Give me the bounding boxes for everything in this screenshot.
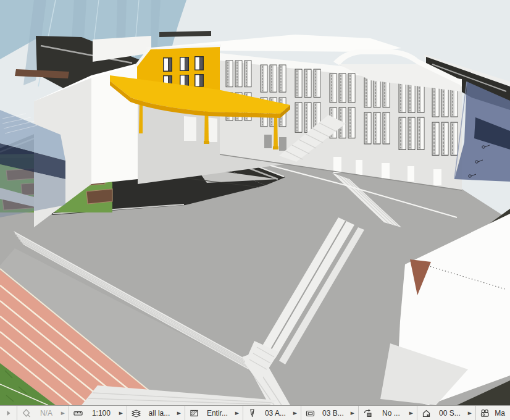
quick-options-bar: N/A ▶ 1:100 ▶ all la... ▶: [0, 405, 510, 420]
pen-set-value: N/A: [35, 409, 58, 418]
3d-style-selector[interactable]: Ma: [476, 406, 510, 420]
home-story-value: 00 S...: [435, 409, 465, 418]
scale-value: 1:100: [86, 409, 116, 418]
pen-set-selector[interactable]: N/A ▶: [17, 406, 69, 420]
graphic-override-value: No ...: [376, 409, 406, 418]
home-story-selector[interactable]: 00 S... ▶: [417, 406, 476, 420]
3d-style-value: Ma: [493, 409, 506, 418]
model-view-options-value: 03 B...: [319, 409, 348, 418]
home-story-icon: [421, 408, 432, 418]
popup-arrow-icon: ▶: [61, 410, 65, 415]
camera-icon: [480, 408, 490, 418]
pen-set-icon: [21, 408, 31, 418]
graphic-override-selector[interactable]: No ... ▶: [359, 406, 417, 420]
model-view-options-icon: [305, 408, 316, 418]
quick-options-expander[interactable]: [0, 406, 17, 420]
popup-arrow-icon: ▶: [119, 410, 123, 415]
popup-arrow-icon: ▶: [468, 410, 472, 415]
partial-structure-value: Entir...: [203, 409, 232, 418]
chevron-right-icon: [3, 408, 14, 418]
popup-arrow-icon: ▶: [235, 410, 239, 415]
model-view-options-selector[interactable]: 03 B... ▶: [301, 406, 359, 420]
layer-combination-value: all la...: [144, 409, 174, 418]
structure-display-icon: [189, 408, 199, 418]
layers-icon: [131, 408, 141, 418]
scale-selector[interactable]: 1:100 ▶: [69, 406, 127, 420]
layer-combination-selector[interactable]: all la... ▶: [127, 406, 185, 420]
popup-arrow-icon: ▶: [409, 410, 413, 415]
popup-arrow-icon: ▶: [351, 410, 354, 415]
graphic-override-icon: [362, 408, 373, 418]
partial-structure-display-selector[interactable]: Entir... ▶: [185, 406, 243, 420]
scale-ruler-icon: [73, 408, 83, 418]
3d-viewport[interactable]: [0, 0, 510, 405]
pen-icon: [247, 408, 257, 418]
popup-arrow-icon: ▶: [293, 410, 297, 415]
popup-arrow-icon: ▶: [177, 410, 181, 415]
pen-selector[interactable]: 03 A... ▶: [243, 406, 301, 420]
pen-value: 03 A...: [261, 409, 290, 418]
archicad-3d-window: N/A ▶ 1:100 ▶ all la... ▶: [0, 0, 510, 420]
